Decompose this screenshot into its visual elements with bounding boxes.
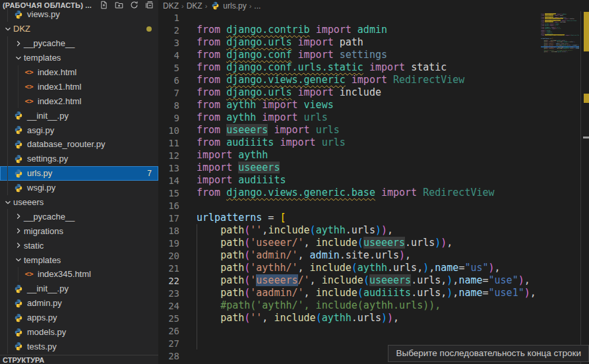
code-line[interactable]: 21 path('aythh/', include(aythh.urls,),n… — [158, 262, 541, 274]
chevron-right-icon[interactable] — [13, 240, 24, 251]
line-number[interactable]: 26 — [158, 326, 197, 336]
code-line[interactable]: 26 — [158, 324, 541, 337]
code-line[interactable]: 23 path('aadmin/', include(audiiits.urls… — [158, 287, 541, 299]
code-line[interactable]: 1 — [158, 11, 541, 24]
code-area[interactable]: 12from django.contrib import admin3from … — [158, 11, 541, 362]
line-number[interactable]: 22 — [158, 276, 197, 286]
line-number[interactable]: 19 — [158, 238, 197, 249]
line-number[interactable]: 10 — [158, 125, 197, 136]
line-number[interactable]: 23 — [158, 288, 197, 299]
line-number[interactable]: 4 — [158, 50, 197, 61]
tree-item-wsgi-py[interactable]: wsgi.py — [0, 181, 158, 195]
tree-item-asgi-py[interactable]: asgi.py — [0, 123, 158, 137]
code-line[interactable]: 24 #path('aythh/', include(aythh.urls)), — [158, 299, 541, 312]
code-line[interactable]: 18 path('',include(aythh.urls)), — [158, 224, 541, 237]
chevron-right-icon[interactable] — [13, 226, 24, 236]
breadcrumb-item[interactable]: urls.py — [223, 1, 246, 11]
code-line[interactable]: 17urlpatterns = [ — [158, 212, 541, 224]
tree-item-index345-html[interactable]: <>index345.html — [0, 267, 158, 282]
tree-item-dkz[interactable]: DKZ — [0, 22, 158, 36]
code-line[interactable]: 9from aythh import urls — [158, 111, 541, 124]
tree-item-apps-py[interactable]: apps.py — [0, 311, 158, 325]
tree-item-templates[interactable]: templates — [0, 51, 158, 65]
tree-item-templates[interactable]: templates — [0, 253, 158, 267]
code-line[interactable]: 14import audiiits — [158, 174, 541, 187]
code-text: from django.conf.urls.static import stat… — [197, 61, 447, 74]
modified-dot-badge — [146, 26, 152, 32]
line-number[interactable]: 8 — [158, 100, 197, 111]
ruler-mark — [584, 94, 589, 103]
tree-item--pycache-[interactable]: __pycache__ — [0, 36, 158, 51]
chevron-right-icon[interactable] — [13, 211, 24, 222]
line-number[interactable]: 21 — [158, 263, 197, 274]
line-number[interactable]: 18 — [158, 226, 197, 236]
line-number[interactable]: 25 — [158, 313, 197, 324]
breadcrumb-item[interactable]: DKZ — [187, 1, 202, 11]
breadcrumb-item[interactable]: ... — [254, 1, 261, 11]
tree-item--pycache-[interactable]: __pycache__ — [0, 209, 158, 224]
line-number[interactable]: 24 — [158, 301, 197, 311]
line-number[interactable]: 6 — [158, 75, 197, 86]
tree-item-static[interactable]: static — [0, 238, 158, 253]
code-line[interactable]: 13import useeers — [158, 162, 541, 174]
line-number[interactable]: 27 — [158, 338, 197, 349]
tree-item-index2-html[interactable]: <>index2.html — [0, 94, 158, 108]
chevron-down-icon[interactable] — [3, 197, 13, 208]
line-number[interactable]: 17 — [158, 213, 197, 224]
line-number[interactable]: 20 — [158, 251, 197, 261]
file-tree: views.pyDKZ__pycache__templates<>index.h… — [0, 7, 158, 353]
code-line[interactable]: 16 — [158, 199, 541, 212]
line-number[interactable]: 14 — [158, 175, 197, 186]
tree-item-label: static — [24, 241, 44, 251]
tree-item-migrations[interactable]: migrations — [0, 224, 158, 238]
code-line[interactable]: 10from useeers import urls — [158, 124, 541, 136]
tree-item-admin-py[interactable]: admin.py — [0, 296, 158, 311]
code-line[interactable]: 3from django.urls import path — [158, 36, 541, 49]
tree-item-urls-py[interactable]: urls.py7 — [0, 166, 158, 181]
code-line[interactable]: 22 path('useeers/', include(useeers.urls… — [158, 274, 541, 287]
outline-section-header[interactable]: СТРУКТУРА — [0, 355, 158, 364]
tree-item--init-py[interactable]: __init__.py — [0, 108, 158, 123]
code-line[interactable]: 6from django.views.generic import Redire… — [158, 74, 541, 86]
line-number[interactable]: 1 — [158, 13, 197, 23]
line-number[interactable]: 5 — [158, 63, 197, 73]
tree-item-index1-html[interactable]: <>index1.html — [0, 79, 158, 94]
code-line[interactable]: 19 path('useeer/', include(useeers.urls)… — [158, 237, 541, 249]
chevron-right-icon[interactable] — [13, 38, 24, 49]
chevron-down-icon[interactable] — [13, 255, 24, 265]
code-text: path('useeers/', include(useeers.urls,),… — [197, 274, 530, 287]
code-line[interactable]: 2from django.contrib import admin — [158, 24, 541, 36]
line-number[interactable]: 7 — [158, 88, 197, 98]
tree-item-settings-py[interactable]: settings.py — [0, 152, 158, 166]
code-line[interactable]: 4from django.conf import settings — [158, 49, 541, 61]
code-line[interactable]: 7from django.urls import include — [158, 86, 541, 99]
code-text: from aythh import views — [197, 99, 334, 111]
code-line[interactable]: 11from audiiits import urls — [158, 136, 541, 149]
line-number[interactable]: 16 — [158, 200, 197, 211]
code-line[interactable]: 20 path('admin/', admin.site.urls), — [158, 249, 541, 262]
tree-item-index-html[interactable]: <>index.html — [0, 65, 158, 80]
line-number[interactable]: 12 — [158, 150, 197, 161]
tree-item-useeers[interactable]: useeers — [0, 195, 158, 210]
line-number[interactable]: 9 — [158, 113, 197, 123]
chevron-down-icon[interactable] — [13, 53, 24, 63]
line-number[interactable]: 2 — [158, 25, 197, 36]
line-number[interactable]: 11 — [158, 138, 197, 148]
line-number[interactable]: 15 — [158, 188, 197, 198]
code-line[interactable]: 5from django.conf.urls.static import sta… — [158, 61, 541, 74]
minimap[interactable]: from django.contrib import adminfrom dja… — [541, 11, 579, 57]
code-line[interactable]: 15from django.views.generic.base import … — [158, 187, 541, 199]
code-line[interactable]: 12import aythh — [158, 149, 541, 162]
tree-item-tests-py[interactable]: tests.py — [0, 339, 158, 353]
tree-item--init-py[interactable]: __init__.py — [0, 282, 158, 296]
code-line[interactable]: 25 path('', include(aythh.urls)), — [158, 312, 541, 324]
tree-item-models-py[interactable]: models.py — [0, 325, 158, 340]
line-number[interactable]: 28 — [158, 351, 197, 361]
line-number[interactable]: 13 — [158, 163, 197, 173]
tree-item-views-py[interactable]: views.py — [0, 7, 158, 22]
line-number[interactable]: 3 — [158, 38, 197, 48]
breadcrumb-item[interactable]: DKZ — [163, 1, 179, 11]
code-line[interactable]: 8from aythh import views — [158, 99, 541, 111]
chevron-down-icon[interactable] — [3, 24, 13, 34]
tree-item-database-roouter-py[interactable]: database_roouter.py — [0, 137, 158, 152]
